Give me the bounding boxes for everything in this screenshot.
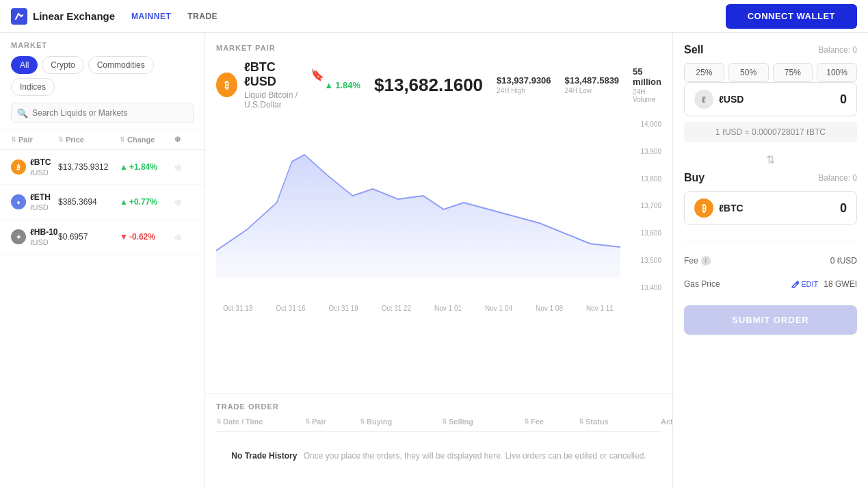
no-trade-history: No Trade History Once you place the orde…	[216, 432, 661, 480]
sell-section: Sell Balance: 0 25% 50% 75% 100% ℓUSD 0 …	[684, 44, 857, 148]
oth-action: Action	[661, 418, 673, 426]
panel-divider	[684, 242, 857, 242]
nav-trade[interactable]: TRADE	[187, 12, 218, 21]
swap-icon-row: ⇅	[684, 153, 857, 166]
swap-icon[interactable]: ⇅	[766, 153, 775, 166]
top-nav: Linear Exchange MAINNET TRADE CONNECT WA…	[0, 0, 868, 33]
center-panel: MARKET PAIR ₿ ℓBTC ℓUSD 🔖 Liquid Bitcoin…	[205, 33, 673, 488]
stat-high: $13,937.9306 24H High	[497, 75, 551, 94]
pair-cell-btc: ₿ ℓBTC ℓUSD	[11, 157, 58, 177]
search-input[interactable]	[11, 103, 194, 123]
stat-volume: 55 million 24H Volume	[633, 66, 661, 103]
oth-selling: ⇅ Selling	[442, 418, 524, 426]
change-eth: ▲+0.77%	[120, 197, 174, 207]
order-table-header: ⇅ Date / Time ⇅ Pair ⇅ Buying ⇅ Selling …	[216, 418, 661, 432]
pair-cell-eth: ♦ ℓETH ℓUSD	[11, 192, 58, 212]
bookmark-btc[interactable]: ⊕	[174, 162, 194, 172]
market-label: MARKET	[11, 41, 194, 49]
search-icon: 🔍	[17, 108, 28, 118]
pair-subtitle: Liquid Bitcoin / U.S.Dollar	[244, 90, 324, 110]
submit-order-button[interactable]: SUBMIT ORDER	[684, 305, 857, 335]
right-panel: Sell Balance: 0 25% 50% 75% 100% ℓUSD 0 …	[673, 33, 868, 488]
nav-links: MAINNET TRADE	[131, 12, 218, 21]
nav-mainnet[interactable]: MAINNET	[131, 12, 171, 21]
oth-pair: ⇅ Pair	[305, 418, 360, 426]
search-wrap: 🔍	[11, 103, 194, 123]
sell-pct-25[interactable]: 25%	[684, 63, 724, 82]
table-row[interactable]: ♦ ℓETH ℓUSD $385.3694 ▲+0.77% ⊕	[0, 185, 205, 220]
sell-header-row: Sell Balance: 0	[684, 44, 857, 56]
price-stats: ▲1.84% $13,682.1600 $13,937.9306 24H Hig…	[324, 66, 661, 103]
chart-yaxis: 14,000 13,900 13,800 13,700 13,600 13,50…	[620, 120, 661, 292]
fee-value: 0 ℓUSD	[830, 256, 857, 266]
oth-status: ⇅ Status	[579, 418, 661, 426]
price-btc: $13,735.9312	[58, 162, 120, 172]
table-row[interactable]: ₿ ℓBTC ℓUSD $13,735.9312 ▲+1.84% ⊕	[0, 150, 205, 185]
sell-balance: Balance: 0	[818, 45, 857, 55]
pair-cell-hb: ✦ ℓHB-10 ℓUSD	[11, 227, 58, 247]
pair-name-hb: ℓHB-10	[30, 227, 58, 237]
bookmark-hb[interactable]: ⊕	[174, 232, 194, 242]
sell-title: Sell	[684, 44, 703, 56]
buy-header-row: Buy Balance: 0	[684, 172, 857, 184]
rate-display: 1 ℓUSD = 0.0000728017 ℓBTC	[684, 122, 857, 142]
main-price: $13,682.1600	[374, 75, 483, 96]
th-change: ⇅ Change	[120, 135, 174, 144]
filter-crypto[interactable]: Crypto	[42, 56, 83, 74]
trade-order-section: TRADE ORDER ⇅ Date / Time ⇅ Pair ⇅ Buyin…	[205, 394, 672, 488]
btc-token-icon: ₿	[694, 198, 713, 218]
chart-xaxis: Oct 31 13 Oct 31 16 Oct 31 19 Oct 31 22 …	[216, 305, 620, 312]
pair-icon-large-btc: ₿	[216, 73, 237, 97]
sell-pct-75[interactable]: 75%	[773, 63, 813, 82]
logo-icon	[11, 8, 27, 25]
table-header: ⇅ Pair ⇅ Price ⇅ Change ⊕	[0, 129, 205, 150]
buy-title: Buy	[684, 172, 705, 184]
app-name: Linear Exchange	[33, 10, 115, 22]
eth-icon: ♦	[11, 194, 26, 209]
fee-info-icon[interactable]: i	[701, 256, 711, 266]
th-pair: ⇅ Pair	[11, 135, 58, 144]
connect-wallet-button[interactable]: CONNECT WALLET	[726, 4, 857, 29]
sell-token-input[interactable]: ℓUSD 0	[684, 82, 857, 116]
price-hb: $0.6957	[58, 232, 120, 242]
gas-price-row: Gas Price EDIT 18 GWEI	[684, 277, 857, 292]
gas-price-label: Gas Price	[684, 279, 720, 289]
fee-label: Fee i	[684, 256, 711, 266]
sidebar-header: MARKET All Crypto Commodities Indices 🔍	[0, 33, 205, 129]
sell-pct-50[interactable]: 50%	[728, 63, 769, 82]
price-eth: $385.3694	[58, 197, 120, 207]
fee-row: Fee i 0 ℓUSD	[684, 253, 857, 268]
usd-token-icon	[694, 90, 713, 109]
pair-title: ℓBTC ℓUSD 🔖	[244, 60, 324, 89]
filter-all[interactable]: All	[11, 56, 38, 74]
chart-bookmark-icon[interactable]: 🔖	[311, 68, 324, 81]
pair-quote-eth: ℓUSD	[30, 203, 49, 211]
buy-section: Buy Balance: 0 ₿ ℓBTC 0	[684, 172, 857, 231]
sell-pct-buttons: 25% 50% 75% 100%	[684, 63, 857, 82]
filter-commodities[interactable]: Commodities	[88, 56, 154, 74]
sidebar: MARKET All Crypto Commodities Indices 🔍 …	[0, 33, 205, 488]
bookmark-header-icon: ⊕	[174, 135, 181, 144]
main-layout: MARKET All Crypto Commodities Indices 🔍 …	[0, 33, 868, 488]
market-pair-label: MARKET PAIR	[216, 44, 661, 52]
th-price: ⇅ Price	[58, 135, 120, 144]
buy-token-input[interactable]: ₿ ℓBTC 0	[684, 191, 857, 225]
filter-buttons: All Crypto Commodities Indices	[11, 56, 194, 96]
price-change-badge: ▲1.84%	[324, 80, 360, 90]
gas-price-value: 18 GWEI	[824, 279, 857, 289]
sell-pct-100[interactable]: 100%	[817, 63, 857, 82]
table-row[interactable]: ✦ ℓHB-10 ℓUSD $0.6957 ▼-0.62% ⊕	[0, 220, 205, 255]
buy-token-amount: 0	[840, 201, 847, 216]
pair-name-btc: ℓBTC	[30, 157, 51, 167]
pair-info: ₿ ℓBTC ℓUSD 🔖 Liquid Bitcoin / U.S.Dolla…	[216, 60, 324, 110]
bookmark-eth[interactable]: ⊕	[174, 197, 194, 207]
filter-indices[interactable]: Indices	[11, 78, 55, 96]
th-bookmark: ⊕	[174, 135, 194, 144]
logo-area: Linear Exchange	[11, 8, 115, 25]
sell-token-amount: 0	[840, 92, 847, 107]
gas-edit-button[interactable]: EDIT	[791, 280, 818, 288]
pair-quote-btc: ℓUSD	[30, 168, 49, 177]
oth-date: ⇅ Date / Time	[216, 418, 305, 426]
change-btc: ▲+1.84%	[120, 162, 174, 172]
stat-low: $13,487.5839 24H Low	[565, 75, 620, 94]
